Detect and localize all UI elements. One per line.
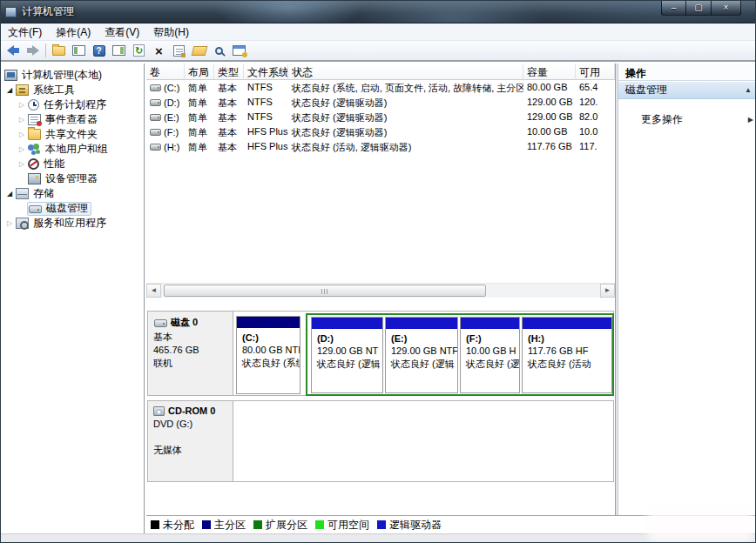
tree-item-label: 共享文件夹 [45,127,98,142]
volume-status: 状态良好 (活动, 逻辑驱动器) [288,139,523,154]
zoom-icon[interactable] [209,42,229,60]
show-action-pane-icon[interactable] [109,42,129,60]
expander-collapsed-icon[interactable]: ▷ [17,145,27,153]
refresh-icon[interactable]: ↻ [129,42,149,60]
tree-item-task-scheduler[interactable]: ▷ 任务计划程序 [1,97,144,112]
tree-selection: 磁盘管理 [27,202,91,216]
disk-status: 联机 [153,357,233,370]
computer-icon [4,70,17,81]
cdrom-media: 无媒体 [153,444,233,457]
tree-item-device-manager[interactable]: 设备管理器 [1,171,144,186]
forward-icon[interactable] [23,42,43,60]
volume-icon [150,114,161,121]
volume-row-c[interactable]: (C:) 简单 基本 NTFS 状态良好 (系统, 启动, 页面文件, 活动, … [146,80,615,95]
tree-item-system-tools[interactable]: ◢ 系统工具 [1,83,144,97]
expander-collapsed-icon[interactable]: ▷ [17,131,27,138]
col-type[interactable]: 类型 [214,64,244,80]
volume-icon [150,129,161,136]
partition-size: 80.00 GB NTF [237,343,300,355]
toolbar: ? ↻ × [1,41,756,62]
tree-item-computer-management[interactable]: 计算机管理(本地) [1,68,144,83]
partition-status: 状态良好 (逻 [461,356,519,371]
tree-item-label: 计算机管理(本地) [22,68,102,83]
help-icon[interactable]: ? [89,42,109,60]
partition-c[interactable]: (C:) 80.00 GB NTF 状态良好 (系统 [236,316,300,394]
expander-expanded-icon[interactable]: ◢ [4,86,15,94]
maximize-button[interactable]: ▢ [686,1,711,16]
menu-action[interactable]: 操作(A) [49,23,98,41]
volume-status: 状态良好 (系统, 启动, 页面文件, 活动, 故障转储, 主分区) [288,80,523,95]
volume-fs: NTFS [244,80,288,95]
tree-item-event-viewer[interactable]: ▷ 事件查看器 [1,112,144,127]
partition-e[interactable]: (E:) 129.00 GB NTF 状态良好 (逻辑 [385,317,458,393]
actions-pane: 操作 磁盘管理 ▲ 更多操作 ▶ [618,64,756,515]
delete-icon[interactable]: × [149,42,169,60]
col-free[interactable]: 可用 [576,64,615,80]
up-folder-icon[interactable] [49,42,69,60]
partition-d[interactable]: (D:) 129.00 GB NT 状态良好 (逻辑 [311,317,383,393]
partition-f[interactable]: (F:) 10.00 GB H 状态良好 (逻 [460,317,520,393]
volume-icon [150,144,161,151]
scroll-left-icon[interactable]: ◄ [146,284,161,298]
menu-view[interactable]: 查看(V) [98,23,146,41]
close-button[interactable]: × [711,1,741,16]
expander-collapsed-icon[interactable]: ▷ [4,219,15,227]
show-console-tree-icon[interactable] [69,42,89,60]
volume-name: (H:) [164,142,179,152]
tree-item-services-applications[interactable]: ▷ 服务和应用程序 [1,216,144,231]
scrollbar-track[interactable] [161,284,600,298]
horizontal-scrollbar[interactable]: ◄ ► [146,283,615,298]
tree-item-performance[interactable]: ▷ 性能 [1,157,144,171]
volume-row-e[interactable]: (E:) 简单 基本 NTFS 状态良好 (逻辑驱动器) 129.00 GB 8… [146,110,615,124]
partition-status: 状态良好 (逻辑 [386,356,457,371]
expander-collapsed-icon[interactable]: ▷ [17,116,27,124]
disk-management-icon [29,205,42,213]
volume-row-f[interactable]: (F:) 简单 基本 HFS Plus 状态良好 (逻辑驱动器) 10.00 G… [146,124,615,139]
col-status[interactable]: 状态 [288,64,523,80]
partition-h[interactable]: (H:) 117.76 GB HF 状态良好 (活动 [522,317,612,393]
disk0-row: 磁盘 0 基本 465.76 GB 联机 (C:) 80.00 GB NTF 状… [147,311,614,396]
back-icon[interactable] [3,42,23,60]
local-users-groups-icon [28,144,41,155]
disk-icon [154,319,167,327]
expander-expanded-icon[interactable]: ◢ [4,190,15,198]
expander-collapsed-icon[interactable]: ▷ [17,160,27,168]
col-layout[interactable]: 布局 [185,64,214,80]
volume-layout: 简单 [185,95,214,110]
cdrom-header[interactable]: CD-ROM 0 DVD (G:) 无媒体 [148,401,233,481]
title-bar[interactable]: 计算机管理 – ▢ × [1,1,756,23]
volume-name: (D:) [164,97,179,108]
minimize-button[interactable]: – [661,1,686,16]
volume-capacity: 117.76 GB [523,139,576,154]
tree-item-label: 存储 [33,186,54,201]
volume-row-h[interactable]: (H:) 简单 基本 HFS Plus 状态良好 (活动, 逻辑驱动器) 117… [146,139,615,154]
tree-item-label: 本地用户和组 [45,142,108,157]
export-list-icon[interactable] [229,42,249,60]
menu-help[interactable]: 帮助(H) [146,23,196,41]
actions-section-disk-management[interactable]: 磁盘管理 ▲ [618,82,756,99]
open-folder-icon[interactable] [189,42,209,60]
partition-label: (F:) [461,329,519,344]
performance-icon [28,158,39,170]
tree-item-storage[interactable]: ◢ 存储 [1,186,144,201]
menu-file[interactable]: 文件(F) [1,23,49,41]
volume-row-d[interactable]: (D:) 简单 基本 NTFS 状态良好 (逻辑驱动器) 129.00 GB 1… [146,95,615,110]
col-volume[interactable]: 卷 [146,64,185,80]
volume-fs: NTFS [244,110,288,124]
tree-item-local-users-groups[interactable]: ▷ 本地用户和组 [1,142,144,157]
tree-item-shared-folders[interactable]: ▷ 共享文件夹 [1,127,144,142]
partition-label: (D:) [312,329,382,344]
col-capacity[interactable]: 容量 [523,64,576,80]
scrollbar-thumb[interactable] [164,285,486,297]
col-filesystem[interactable]: 文件系统 [244,64,288,80]
volume-free: 10.0 [576,124,615,139]
properties-icon[interactable] [169,42,189,60]
more-actions-item[interactable]: 更多操作 ▶ [618,111,756,127]
partition-color-band [523,318,611,329]
partition-color-band [386,318,457,329]
tree-item-disk-management[interactable]: 磁盘管理 [1,201,144,216]
disk0-header[interactable]: 磁盘 0 基本 465.76 GB 联机 [148,312,233,395]
expander-collapsed-icon[interactable]: ▷ [17,101,27,109]
scroll-right-icon[interactable]: ► [600,284,615,298]
collapse-section-icon[interactable]: ▲ [745,86,752,94]
